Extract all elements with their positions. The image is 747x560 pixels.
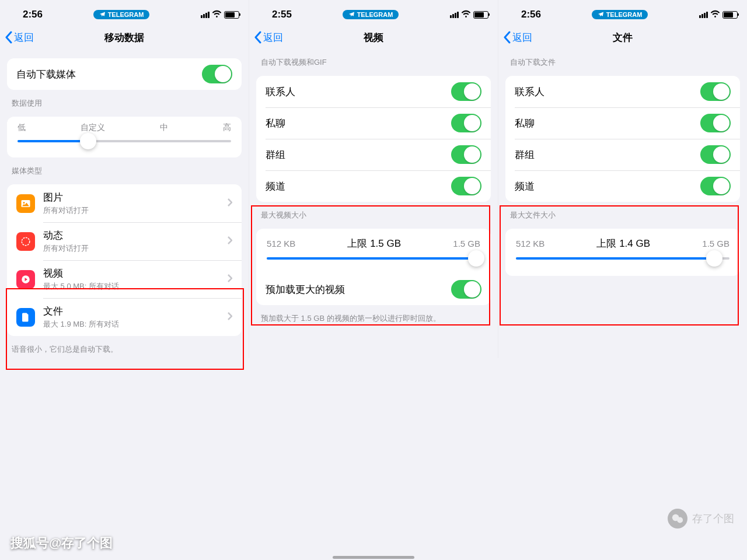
autodl-header: 自动下载视频和GIF — [249, 54, 498, 71]
watermark-wechat: 存了个图 — [668, 509, 734, 528]
contacts-toggle[interactable] — [451, 82, 481, 101]
home-indicator — [333, 556, 414, 559]
size-limit: 上限 1.5 GB — [347, 237, 401, 250]
photo-icon — [16, 194, 35, 213]
media-photo-sub: 所有对话打开 — [43, 205, 223, 216]
cellular-icon — [201, 12, 210, 18]
media-video-title: 视频 — [43, 267, 223, 280]
page-title: 视频 — [249, 31, 498, 44]
battery-icon — [722, 11, 738, 19]
status-bar: 2:56 TELEGRAM — [498, 0, 747, 26]
size-slider[interactable] — [516, 257, 729, 260]
auto-download-toggle[interactable] — [202, 65, 232, 83]
max-size-group: 512 KB 上限 1.4 GB 1.5 GB — [505, 229, 740, 276]
chevron-right-icon — [228, 274, 232, 285]
chat-types-group: 联系人 私聊 群组 频道 — [256, 76, 491, 202]
max-file-header: 最大文件大小 — [498, 206, 747, 224]
nav-bar: 返回 视频 — [249, 26, 498, 54]
telegram-pill[interactable]: TELEGRAM — [592, 10, 648, 19]
page-title: 文件 — [498, 31, 747, 44]
usage-slider[interactable] — [18, 140, 231, 142]
groups-label: 群组 — [266, 148, 451, 162]
private-label: 私聊 — [266, 117, 451, 130]
chat-types-group: 联系人 私聊 群组 频道 — [505, 76, 740, 202]
phone-screen-3: 2:56 TELEGRAM 返回 文件 自动下载文件 联系人 私聊 群组 频道 … — [498, 0, 747, 358]
size-slider[interactable] — [267, 257, 480, 260]
private-label: 私聊 — [515, 117, 700, 130]
chevron-right-icon — [228, 312, 232, 323]
tick-high: 高 — [223, 123, 231, 133]
data-usage-header: 数据使用 — [0, 94, 249, 112]
chevron-right-icon — [228, 236, 232, 247]
voice-footer: 语音很小，它们总是自动下载。 — [0, 341, 249, 358]
back-button[interactable]: 返回 — [254, 31, 283, 44]
media-type-header: 媒体类型 — [0, 162, 249, 180]
back-button[interactable]: 返回 — [5, 31, 34, 44]
chevron-right-icon — [228, 198, 232, 209]
wifi-icon — [710, 9, 720, 20]
channels-toggle[interactable] — [700, 177, 731, 195]
groups-toggle[interactable] — [451, 145, 481, 164]
groups-label: 群组 — [515, 148, 700, 162]
data-usage-group: 低 自定义 中 高 — [7, 117, 242, 158]
media-file-title: 文件 — [43, 304, 223, 318]
private-toggle[interactable] — [451, 114, 481, 132]
cellular-icon — [699, 12, 708, 18]
video-icon — [16, 270, 35, 289]
channels-label: 频道 — [266, 180, 451, 193]
file-icon — [16, 308, 35, 327]
wifi-icon — [212, 9, 222, 20]
tick-low: 低 — [18, 123, 26, 133]
media-file-sub: 最大 1.9 MB: 所有对话 — [43, 319, 223, 330]
animation-icon — [16, 232, 35, 251]
chevron-left-icon — [503, 31, 511, 44]
contacts-toggle[interactable] — [700, 82, 731, 101]
telegram-icon — [99, 11, 106, 18]
watermark-sohu: 搜狐号@存了个图 — [11, 534, 113, 552]
svg-point-0 — [22, 237, 30, 246]
back-button[interactable]: 返回 — [503, 31, 532, 44]
size-max: 1.5 GB — [702, 239, 729, 249]
contacts-label: 联系人 — [515, 85, 700, 99]
autodl-header: 自动下载文件 — [498, 54, 747, 71]
media-video-row[interactable]: 视频 最大 5.0 MB: 所有对话 — [7, 260, 242, 298]
groups-toggle[interactable] — [700, 145, 731, 164]
status-time: 2:55 — [259, 9, 305, 20]
media-photo-title: 图片 — [43, 191, 223, 204]
preload-toggle[interactable] — [451, 280, 481, 299]
status-time: 2:56 — [508, 9, 554, 20]
channels-toggle[interactable] — [451, 177, 481, 195]
battery-icon — [473, 11, 488, 19]
media-anim-sub: 所有对话打开 — [43, 243, 223, 254]
media-anim-row[interactable]: 动态 所有对话打开 — [7, 222, 242, 260]
telegram-icon — [598, 11, 604, 18]
media-photo-row[interactable]: 图片 所有对话打开 — [7, 184, 242, 222]
status-bar: 2:55 TELEGRAM — [249, 0, 498, 26]
wechat-icon — [668, 509, 687, 528]
preload-footer: 预加载大于 1.5 GB 的视频的第一秒以进行即时回放。 — [249, 310, 498, 327]
size-limit: 上限 1.4 GB — [596, 237, 650, 250]
size-min: 512 KB — [516, 239, 544, 249]
telegram-pill[interactable]: TELEGRAM — [343, 10, 399, 19]
page-title: 移动数据 — [0, 31, 249, 44]
size-min: 512 KB — [267, 239, 295, 249]
media-type-group: 图片 所有对话打开 动态 所有对话打开 视频 最大 5.0 MB: 所有对话 — [7, 184, 242, 336]
chevron-left-icon — [254, 31, 262, 44]
preload-label: 预加载更大的视频 — [266, 283, 451, 296]
tick-custom: 自定义 — [81, 123, 105, 133]
status-bar: 2:56 TELEGRAM — [0, 0, 249, 26]
status-time: 2:56 — [9, 9, 56, 20]
battery-icon — [224, 11, 239, 19]
max-video-header: 最大视频大小 — [249, 206, 498, 224]
telegram-pill[interactable]: TELEGRAM — [93, 10, 150, 19]
max-size-group: 512 KB 上限 1.5 GB 1.5 GB 预加载更大的视频 — [256, 229, 491, 305]
media-video-sub: 最大 5.0 MB: 所有对话 — [43, 281, 223, 292]
channels-label: 频道 — [515, 180, 700, 193]
media-file-row[interactable]: 文件 最大 1.9 MB: 所有对话 — [7, 298, 242, 336]
telegram-icon — [348, 11, 355, 18]
private-toggle[interactable] — [700, 114, 731, 132]
cellular-icon — [450, 12, 459, 18]
screenshot-row: 2:56 TELEGRAM 返回 移动数据 自动下载媒体 — [0, 0, 747, 358]
phone-screen-2: 2:55 TELEGRAM 返回 视频 自动下载视频和GIF 联系人 私聊 群组… — [249, 0, 498, 358]
svg-point-3 — [677, 517, 683, 523]
